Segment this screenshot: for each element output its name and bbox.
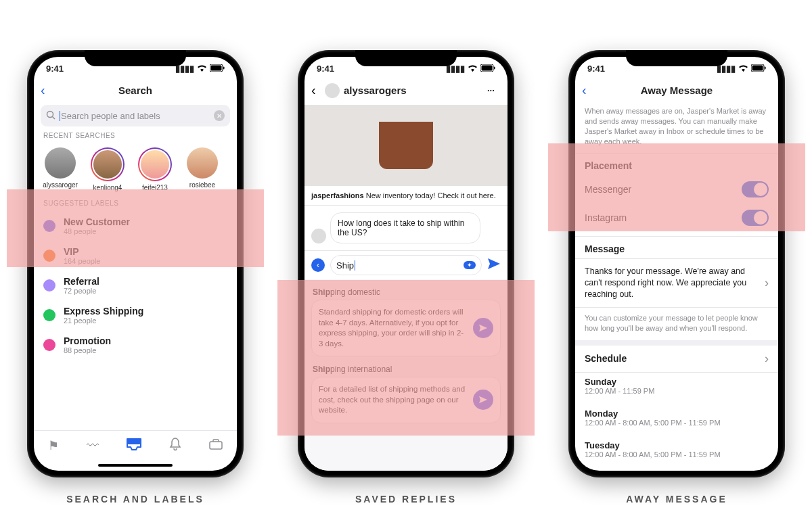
search-icon bbox=[46, 110, 55, 122]
wifi-icon bbox=[197, 64, 207, 74]
label-item[interactable]: New Customer48 people bbox=[34, 211, 237, 241]
chat-title[interactable]: alyssarogers bbox=[325, 83, 487, 98]
color-dot bbox=[43, 309, 55, 321]
page-title: Away Message bbox=[595, 85, 758, 96]
recent-item[interactable]: rosiebee bbox=[185, 147, 219, 191]
battery-icon bbox=[480, 64, 495, 74]
svg-rect-2 bbox=[223, 66, 225, 69]
post-caption: jasperfashions New inventory today! Chec… bbox=[304, 186, 508, 206]
color-dot bbox=[43, 220, 55, 232]
clear-icon[interactable]: ✕ bbox=[214, 110, 225, 121]
notch bbox=[626, 50, 727, 66]
caption: SAVED REPLIES bbox=[298, 494, 514, 505]
composer: ‹ Ship ✦ bbox=[304, 250, 508, 279]
status-icons: ▮▮▮▮ bbox=[175, 64, 225, 74]
away-message-row[interactable]: Thanks for your message. We're away and … bbox=[575, 258, 778, 308]
saved-replies-panel: Shipping domestic Standard shipping for … bbox=[304, 279, 508, 471]
send-suggestion-button[interactable] bbox=[473, 318, 493, 338]
suggestion-title: Shipping domestic bbox=[311, 285, 501, 300]
shared-post[interactable] bbox=[304, 105, 508, 186]
search-placeholder: Search people and labels bbox=[60, 111, 160, 121]
tab-tools-icon[interactable] bbox=[209, 439, 223, 453]
message-header: Message bbox=[575, 237, 778, 258]
message-input[interactable]: Ship ✦ bbox=[330, 255, 482, 275]
notch bbox=[355, 50, 457, 66]
recent-item[interactable]: feifei213 bbox=[138, 147, 172, 191]
suggestion-card[interactable]: Standard shipping for domestic orders wi… bbox=[311, 300, 501, 356]
send-button[interactable] bbox=[487, 258, 501, 273]
recent-item[interactable]: alyssaroger bbox=[43, 147, 77, 191]
description: When away messages are on, Jasper's Mark… bbox=[575, 105, 778, 153]
phone-chat: 9:41 ▮▮▮▮ ‹ alyssarogers ··· bbox=[298, 50, 514, 477]
back-button[interactable]: ‹ bbox=[582, 83, 595, 98]
back-button[interactable]: ‹ bbox=[311, 83, 325, 98]
tab-notifications-icon[interactable] bbox=[169, 438, 181, 454]
recent-header: RECENT SEARCHES bbox=[34, 126, 237, 143]
message-hint: You can customize your message to let pe… bbox=[575, 308, 778, 340]
navbar: ‹ alyssarogers ··· bbox=[304, 80, 508, 105]
chevron-right-icon: › bbox=[765, 276, 769, 290]
wifi-icon bbox=[468, 64, 478, 74]
svg-rect-6 bbox=[210, 442, 222, 449]
label-item[interactable]: Express Shipping21 people bbox=[34, 300, 237, 330]
incoming-message: How long does it take to ship within the… bbox=[304, 206, 508, 250]
chevron-right-icon: › bbox=[765, 352, 769, 366]
label-item[interactable]: Referral72 people bbox=[34, 271, 237, 300]
suggested-header: SUGGESTED LABELS bbox=[34, 194, 237, 211]
tab-bar: ⚑ 〰 bbox=[34, 430, 237, 461]
svg-rect-8 bbox=[482, 65, 493, 70]
battery-icon bbox=[210, 64, 225, 74]
suggestion-card[interactable]: For a detailed list of shipping methods … bbox=[311, 377, 501, 423]
schedule-item: Monday12:00 AM - 8:00 AM, 5:00 PM - 11:5… bbox=[575, 404, 778, 436]
notch bbox=[85, 50, 186, 66]
status-time: 9:41 bbox=[46, 64, 64, 74]
recent-searches: alyssaroger kenliong4 feifei213 rosiebee bbox=[34, 143, 237, 194]
caption: AWAY MESSAGE bbox=[568, 494, 785, 505]
status-time: 9:41 bbox=[317, 64, 334, 74]
schedule-item: Wednesday12:00 AM - 8:00 AM, 5:00 PM - 1… bbox=[575, 468, 778, 471]
label-list: New Customer48 people VIP164 people Refe… bbox=[34, 211, 237, 360]
navbar: ‹ Search bbox=[34, 80, 237, 105]
page-title: Search bbox=[54, 85, 217, 96]
schedule-item: Tuesday12:00 AM - 8:00 AM, 5:00 PM - 11:… bbox=[575, 436, 778, 468]
back-button[interactable]: ‹ bbox=[41, 83, 54, 98]
suggestion-title: Shipping international bbox=[311, 362, 501, 377]
svg-point-3 bbox=[47, 111, 53, 117]
svg-rect-12 bbox=[765, 66, 766, 69]
wifi-icon bbox=[738, 64, 748, 74]
more-icon[interactable]: ··· bbox=[487, 85, 501, 95]
color-dot bbox=[43, 250, 55, 262]
label-item[interactable]: VIP164 people bbox=[34, 241, 237, 271]
avatar bbox=[325, 83, 340, 98]
svg-rect-1 bbox=[211, 65, 222, 70]
composer-back-button[interactable]: ‹ bbox=[311, 258, 325, 272]
tab-flag-icon[interactable]: ⚑ bbox=[48, 438, 59, 453]
placement-instagram: Instagram bbox=[575, 204, 778, 232]
avatar bbox=[311, 229, 326, 243]
phone-search: 9:41 ▮▮▮▮ ‹ Search bbox=[27, 50, 244, 477]
tab-inbox-icon[interactable] bbox=[127, 438, 141, 454]
send-suggestion-button[interactable] bbox=[473, 390, 493, 410]
status-time: 9:41 bbox=[587, 64, 605, 74]
tab-insights-icon[interactable]: 〰 bbox=[87, 439, 99, 453]
home-indicator[interactable] bbox=[98, 464, 173, 467]
svg-rect-5 bbox=[127, 439, 141, 444]
schedule-row[interactable]: Schedule › bbox=[575, 346, 778, 373]
svg-rect-9 bbox=[494, 66, 495, 69]
search-input[interactable]: Search people and labels ✕ bbox=[41, 105, 230, 126]
status-icons: ▮▮▮▮ bbox=[717, 64, 766, 74]
caption: SEARCH AND LABELS bbox=[27, 494, 244, 505]
saved-reply-icon[interactable]: ✦ bbox=[464, 261, 476, 269]
status-icons: ▮▮▮▮ bbox=[446, 64, 495, 74]
color-dot bbox=[43, 279, 55, 291]
navbar: ‹ Away Message bbox=[575, 80, 778, 105]
schedule-item: Sunday12:00 AM - 11:59 PM bbox=[575, 373, 778, 404]
battery-icon bbox=[751, 64, 766, 74]
svg-rect-11 bbox=[752, 65, 763, 70]
recent-item[interactable]: kenliong4 bbox=[91, 147, 125, 191]
placement-messenger: Messenger bbox=[575, 175, 778, 204]
label-item[interactable]: Promotion88 people bbox=[34, 330, 237, 360]
toggle-messenger[interactable] bbox=[742, 181, 769, 197]
toggle-instagram[interactable] bbox=[742, 210, 769, 226]
color-dot bbox=[43, 339, 55, 351]
